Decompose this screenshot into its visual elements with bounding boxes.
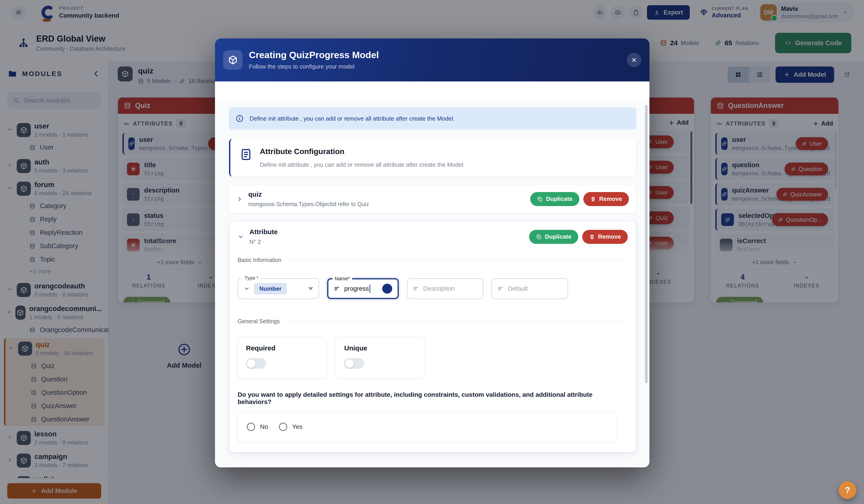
name-input[interactable]: Name* progress <box>327 278 399 299</box>
description-input[interactable]: Description <box>407 278 483 299</box>
duplicate-button[interactable]: Duplicate <box>529 230 578 244</box>
clear-input-icon[interactable] <box>382 284 392 294</box>
description-placeholder: Description <box>423 285 455 292</box>
name-value: progress <box>344 285 369 292</box>
info-icon <box>236 114 244 123</box>
attribute-configuration-section: Attribute Configuration Define init attr… <box>229 139 636 177</box>
remove-button[interactable]: Remove <box>582 230 628 244</box>
attribute-number: N° 2 <box>249 238 278 245</box>
modal-body: Define init attribute , you can add or r… <box>215 82 649 467</box>
cube-icon <box>223 50 243 70</box>
create-model-modal: Creating QuizProgress Model Follow the s… <box>215 38 649 467</box>
attribute-row-quiz[interactable]: quiz mongoose.Schema.Types.ObjectId refe… <box>229 184 636 213</box>
trash-icon <box>589 234 595 240</box>
divider <box>289 260 628 260</box>
document-icon <box>239 148 253 161</box>
modal-header: Creating QuizProgress Model Follow the s… <box>215 38 649 82</box>
attribute-desc: mongoose.Schema.Types.ObjectId refer to … <box>248 201 369 207</box>
duplicate-button[interactable]: Duplicate <box>530 192 579 206</box>
steps-strip <box>215 82 649 102</box>
required-toggle[interactable] <box>246 358 266 369</box>
detailed-settings-radio-group: No Yes <box>238 412 617 442</box>
basic-info-label: Basic Information <box>238 257 281 263</box>
default-input[interactable]: Default <box>492 278 568 299</box>
chevron-right-icon[interactable] <box>237 196 243 202</box>
remove-button[interactable]: Remove <box>584 192 629 206</box>
type-select[interactable]: Type * Number <box>238 278 319 299</box>
section-subtitle: Define init attribute , you can add or r… <box>260 161 465 168</box>
copy-icon <box>536 234 542 240</box>
default-placeholder: Default <box>508 285 528 292</box>
text-lines-icon <box>497 285 504 292</box>
modal-subtitle: Follow the steps to configure your model <box>249 63 379 70</box>
radio-circle <box>279 423 287 431</box>
close-icon[interactable] <box>627 53 641 67</box>
text-lines-icon <box>413 285 419 292</box>
unique-card: Unique <box>336 337 424 378</box>
attribute-title: Attribute <box>249 228 278 236</box>
radio-circle <box>247 423 255 431</box>
modal-title: Creating QuizProgress Model <box>249 50 379 60</box>
text-cursor <box>370 285 370 293</box>
help-button[interactable]: ? <box>839 481 856 499</box>
copy-icon <box>537 196 543 202</box>
chevron-down-icon[interactable] <box>238 234 244 240</box>
divider <box>288 321 628 322</box>
unique-toggle[interactable] <box>344 358 364 369</box>
modal-scrollbar[interactable] <box>645 105 648 383</box>
required-card: Required <box>238 337 326 378</box>
attribute-editor-card: Attribute N° 2 Duplicate Remove Basic In… <box>229 221 636 453</box>
info-banner: Define init attribute , you can add or r… <box>229 108 636 130</box>
chevron-down-icon <box>243 285 250 292</box>
attribute-name: quiz <box>248 190 369 198</box>
general-settings-label: General Settings <box>238 318 280 324</box>
caret-down-icon <box>308 287 313 290</box>
detailed-settings-question: Do you want to apply detailed settings f… <box>238 391 628 406</box>
type-value-chip: Number <box>254 283 287 295</box>
trash-icon <box>590 196 596 202</box>
text-lines-icon <box>334 285 340 292</box>
radio-no[interactable]: No <box>247 423 268 431</box>
section-title: Attribute Configuration <box>260 147 465 156</box>
radio-yes[interactable]: Yes <box>279 423 302 431</box>
